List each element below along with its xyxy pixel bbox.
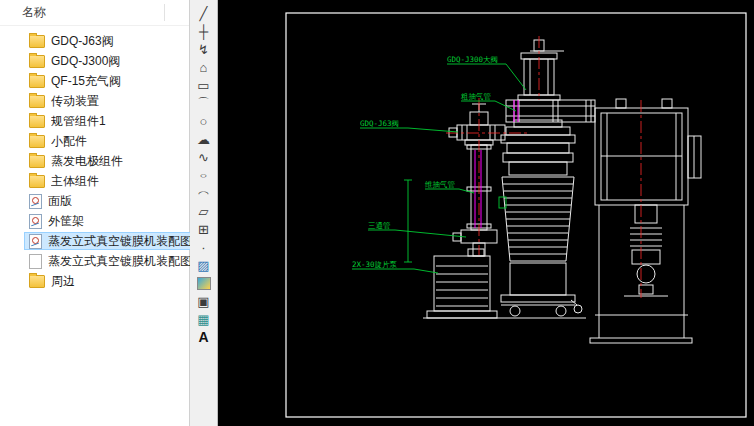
multiline-text-icon: A <box>198 330 208 344</box>
tool-hatch[interactable]: ▨ <box>193 256 215 274</box>
file-label: 外筐架 <box>48 213 84 230</box>
file-row[interactable]: 面版 <box>0 191 189 211</box>
tool-polyline[interactable]: ↯ <box>193 40 215 58</box>
name-column-header[interactable]: 名称 <box>0 0 189 26</box>
file-label: 小配件 <box>51 133 87 150</box>
rough-pipe-label: 粗抽气管 <box>460 92 491 101</box>
file-row[interactable]: 主体组件 <box>0 171 189 191</box>
file-row[interactable]: QF-15充气阀 <box>0 71 189 91</box>
tool-insert-block[interactable]: ▱ <box>193 202 215 220</box>
file-label: 蒸发电极组件 <box>51 153 123 170</box>
make-block-icon: ⊞ <box>198 223 209 236</box>
tool-construction-line[interactable]: ┼ <box>193 22 215 40</box>
tool-spline[interactable]: ∿ <box>193 148 215 166</box>
top-valve <box>518 40 564 100</box>
line-icon: ╱ <box>200 7 208 20</box>
cad-drawing-icon <box>29 234 42 249</box>
tool-multiline-text[interactable]: A <box>193 328 215 346</box>
file-label: 面版 <box>48 193 72 210</box>
tool-ellipse-arc[interactable]: ◠ <box>193 184 215 202</box>
folder-icon <box>29 75 45 88</box>
tool-table[interactable]: ▦ <box>193 310 215 328</box>
insert-block-icon: ▱ <box>199 205 209 218</box>
rectangle-icon: ▭ <box>197 79 209 92</box>
tool-polygon[interactable]: ⌂ <box>193 58 215 76</box>
tee-pipe-label: 三通管 <box>368 221 391 230</box>
circle-icon: ○ <box>200 115 208 128</box>
file-label: GDQ-J63阀 <box>51 33 114 50</box>
cad-drawing-icon <box>29 194 42 209</box>
folder-icon <box>29 95 45 108</box>
tool-ellipse[interactable]: ○ <box>193 166 215 184</box>
folder-icon <box>29 115 45 128</box>
polygon-icon: ⌂ <box>200 61 208 74</box>
file-row[interactable]: GDQ-J63阀 <box>0 31 189 51</box>
ellipse-icon: ○ <box>200 171 208 178</box>
ellipse-arc-icon: ◠ <box>198 189 209 196</box>
file-row-selected[interactable]: 蒸发立式真空镀膜机装配图 <box>0 231 189 251</box>
rotary-pump-label: 2X-30旋片泵 <box>352 260 398 269</box>
construction-line-icon: ┼ <box>199 25 208 38</box>
machine-outline <box>423 40 701 343</box>
tool-revision-cloud[interactable]: ☁ <box>193 130 215 148</box>
small-valve-assembly <box>449 104 505 145</box>
folder-icon <box>29 175 45 188</box>
folder-icon <box>29 55 45 68</box>
vacuum-chamber <box>595 99 701 205</box>
tool-arc[interactable]: ⌒ <box>193 94 215 112</box>
folder-icon <box>29 35 45 48</box>
maintain-pipe-label: 维抽气管 <box>425 180 455 189</box>
file-icon <box>29 254 42 269</box>
draw-toolbar: ╱ ┼ ↯ ⌂ ▭ ⌒ ○ ☁ ∿ ○ ◠ ▱ ⊞ ∙ ▨ ▣ ▦ A <box>190 0 218 426</box>
file-label: GDQ-J300阀 <box>51 53 120 70</box>
small-valve-label: GDQ-J63阀 <box>360 119 399 128</box>
file-label: 传动装置 <box>51 93 99 110</box>
center-column <box>501 120 575 175</box>
leader-lines <box>352 64 526 273</box>
hatch-icon: ▨ <box>197 259 209 272</box>
file-label: 周边 <box>51 273 75 290</box>
folder-icon <box>29 155 45 168</box>
tool-make-block[interactable]: ⊞ <box>193 220 215 238</box>
region-icon: ▣ <box>197 295 209 308</box>
file-row[interactable]: 蒸发电极组件 <box>0 151 189 171</box>
drawing-canvas[interactable]: GDQ-J300大阀 粗抽气管 GDQ-J63阀 维抽气管 三通管 2X-30旋… <box>218 0 754 426</box>
file-row[interactable]: GDQ-J300阀 <box>0 51 189 71</box>
tool-gradient[interactable] <box>193 274 215 292</box>
file-label: 主体组件 <box>51 173 99 190</box>
name-column-label: 名称 <box>22 5 46 19</box>
folder-icon <box>29 135 45 148</box>
spline-icon: ∿ <box>198 151 209 164</box>
file-row[interactable]: 周边 <box>0 271 189 291</box>
pipe-detail-lines <box>475 100 518 228</box>
rotary-pump <box>427 249 497 318</box>
tool-point[interactable]: ∙ <box>193 238 215 256</box>
tool-rectangle[interactable]: ▭ <box>193 76 215 94</box>
file-row[interactable]: 外筐架 <box>0 211 189 231</box>
file-row[interactable]: 蒸发立式真空镀膜机装配图. <box>0 251 189 271</box>
sheet-border <box>286 13 746 417</box>
arc-icon: ⌒ <box>197 97 210 110</box>
file-label: QF-15充气阀 <box>51 73 121 90</box>
tool-region[interactable]: ▣ <box>193 292 215 310</box>
polyline-icon: ↯ <box>198 43 209 56</box>
file-label: 规管组件1 <box>51 113 106 130</box>
cad-application-window: 名称 GDQ-J63阀 GDQ-J300阀 QF-15充气阀 传动装置 规管组件… <box>0 0 754 426</box>
file-tree-panel: 名称 GDQ-J63阀 GDQ-J300阀 QF-15充气阀 传动装置 规管组件… <box>0 0 190 426</box>
folder-icon <box>29 275 45 288</box>
file-row[interactable]: 小配件 <box>0 131 189 151</box>
bellows <box>502 177 574 261</box>
big-valve-run <box>506 100 595 122</box>
file-row[interactable]: 传动装置 <box>0 91 189 111</box>
column-base <box>501 263 582 316</box>
annotations: GDQ-J300大阀 粗抽气管 GDQ-J63阀 维抽气管 三通管 2X-30旋… <box>352 55 526 273</box>
revision-cloud-icon: ☁ <box>197 133 210 146</box>
file-row[interactable]: 规管组件1 <box>0 111 189 131</box>
file-label: 蒸发立式真空镀膜机装配图. <box>48 253 195 270</box>
chamber-pump <box>624 205 668 296</box>
file-list: GDQ-J63阀 GDQ-J300阀 QF-15充气阀 传动装置 规管组件1 小… <box>0 26 189 291</box>
file-label: 蒸发立式真空镀膜机装配图 <box>48 233 192 250</box>
tool-line[interactable]: ╱ <box>193 4 215 22</box>
tool-circle[interactable]: ○ <box>193 112 215 130</box>
point-icon: ∙ <box>202 241 206 254</box>
